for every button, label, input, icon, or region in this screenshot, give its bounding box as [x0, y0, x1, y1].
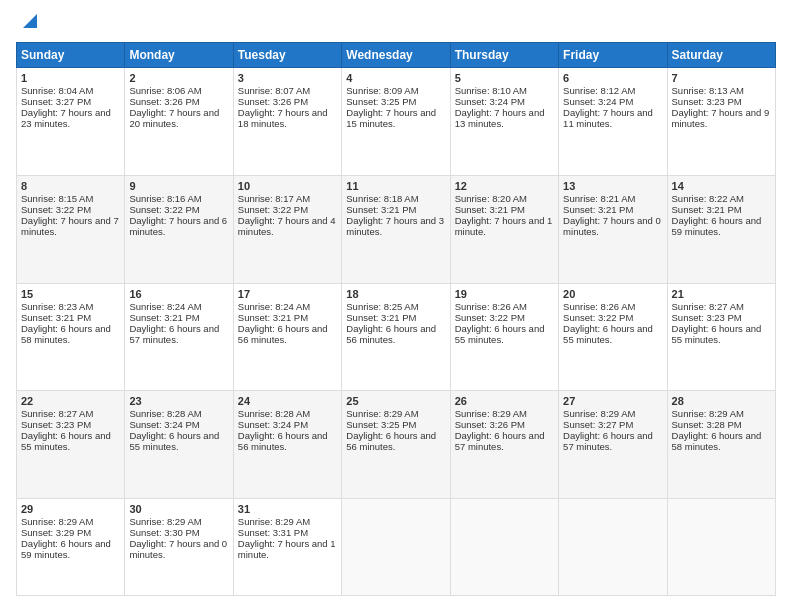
daylight: Daylight: 7 hours and 13 minutes. [455, 107, 545, 129]
day-number: 17 [238, 288, 337, 300]
day-number: 22 [21, 395, 120, 407]
sunset: Sunset: 3:24 PM [238, 419, 308, 430]
sunset: Sunset: 3:23 PM [672, 312, 742, 323]
daylight: Daylight: 7 hours and 7 minutes. [21, 215, 119, 237]
calendar-cell: 17Sunrise: 8:24 AMSunset: 3:21 PMDayligh… [233, 283, 341, 391]
daylight: Daylight: 7 hours and 3 minutes. [346, 215, 444, 237]
day-number: 10 [238, 180, 337, 192]
sunrise: Sunrise: 8:21 AM [563, 193, 635, 204]
daylight: Daylight: 7 hours and 9 minutes. [672, 107, 770, 129]
sunrise: Sunrise: 8:04 AM [21, 85, 93, 96]
sunrise: Sunrise: 8:12 AM [563, 85, 635, 96]
daylight: Daylight: 6 hours and 57 minutes. [129, 323, 219, 345]
sunrise: Sunrise: 8:24 AM [129, 301, 201, 312]
calendar-cell: 23Sunrise: 8:28 AMSunset: 3:24 PMDayligh… [125, 391, 233, 499]
day-number: 30 [129, 503, 228, 515]
day-number: 11 [346, 180, 445, 192]
calendar-cell: 22Sunrise: 8:27 AMSunset: 3:23 PMDayligh… [17, 391, 125, 499]
day-number: 16 [129, 288, 228, 300]
calendar-cell: 15Sunrise: 8:23 AMSunset: 3:21 PMDayligh… [17, 283, 125, 391]
sunrise: Sunrise: 8:09 AM [346, 85, 418, 96]
sunrise: Sunrise: 8:24 AM [238, 301, 310, 312]
sunrise: Sunrise: 8:29 AM [129, 516, 201, 527]
sunrise: Sunrise: 8:15 AM [21, 193, 93, 204]
sunset: Sunset: 3:21 PM [238, 312, 308, 323]
calendar-cell: 12Sunrise: 8:20 AMSunset: 3:21 PMDayligh… [450, 175, 558, 283]
day-number: 20 [563, 288, 662, 300]
sunrise: Sunrise: 8:13 AM [672, 85, 744, 96]
col-header-tuesday: Tuesday [233, 43, 341, 68]
sunset: Sunset: 3:21 PM [672, 204, 742, 215]
sunset: Sunset: 3:26 PM [238, 96, 308, 107]
daylight: Daylight: 6 hours and 56 minutes. [238, 430, 328, 452]
daylight: Daylight: 6 hours and 57 minutes. [455, 430, 545, 452]
day-number: 24 [238, 395, 337, 407]
sunset: Sunset: 3:22 PM [21, 204, 91, 215]
col-header-monday: Monday [125, 43, 233, 68]
day-number: 7 [672, 72, 771, 84]
calendar-cell: 5Sunrise: 8:10 AMSunset: 3:24 PMDaylight… [450, 68, 558, 176]
sunrise: Sunrise: 8:07 AM [238, 85, 310, 96]
col-header-thursday: Thursday [450, 43, 558, 68]
page: SundayMondayTuesdayWednesdayThursdayFrid… [0, 0, 792, 612]
sunset: Sunset: 3:31 PM [238, 527, 308, 538]
daylight: Daylight: 6 hours and 55 minutes. [455, 323, 545, 345]
header [16, 16, 776, 32]
sunset: Sunset: 3:30 PM [129, 527, 199, 538]
daylight: Daylight: 7 hours and 1 minute. [238, 538, 336, 560]
sunset: Sunset: 3:22 PM [129, 204, 199, 215]
calendar-cell: 19Sunrise: 8:26 AMSunset: 3:22 PMDayligh… [450, 283, 558, 391]
calendar-cell: 11Sunrise: 8:18 AMSunset: 3:21 PMDayligh… [342, 175, 450, 283]
calendar-cell: 16Sunrise: 8:24 AMSunset: 3:21 PMDayligh… [125, 283, 233, 391]
sunrise: Sunrise: 8:29 AM [563, 408, 635, 419]
calendar-cell [559, 499, 667, 596]
day-number: 25 [346, 395, 445, 407]
sunrise: Sunrise: 8:17 AM [238, 193, 310, 204]
sunrise: Sunrise: 8:16 AM [129, 193, 201, 204]
sunset: Sunset: 3:27 PM [21, 96, 91, 107]
day-number: 1 [21, 72, 120, 84]
sunrise: Sunrise: 8:28 AM [129, 408, 201, 419]
calendar-cell: 3Sunrise: 8:07 AMSunset: 3:26 PMDaylight… [233, 68, 341, 176]
calendar-cell: 4Sunrise: 8:09 AMSunset: 3:25 PMDaylight… [342, 68, 450, 176]
sunrise: Sunrise: 8:25 AM [346, 301, 418, 312]
calendar-cell: 14Sunrise: 8:22 AMSunset: 3:21 PMDayligh… [667, 175, 775, 283]
calendar-header-row: SundayMondayTuesdayWednesdayThursdayFrid… [17, 43, 776, 68]
calendar-cell: 26Sunrise: 8:29 AMSunset: 3:26 PMDayligh… [450, 391, 558, 499]
calendar-cell: 8Sunrise: 8:15 AMSunset: 3:22 PMDaylight… [17, 175, 125, 283]
sunrise: Sunrise: 8:20 AM [455, 193, 527, 204]
day-number: 28 [672, 395, 771, 407]
sunset: Sunset: 3:29 PM [21, 527, 91, 538]
daylight: Daylight: 6 hours and 55 minutes. [672, 323, 762, 345]
day-number: 4 [346, 72, 445, 84]
sunset: Sunset: 3:26 PM [129, 96, 199, 107]
calendar-cell: 28Sunrise: 8:29 AMSunset: 3:28 PMDayligh… [667, 391, 775, 499]
calendar-cell [342, 499, 450, 596]
day-number: 15 [21, 288, 120, 300]
sunrise: Sunrise: 8:29 AM [455, 408, 527, 419]
sunrise: Sunrise: 8:22 AM [672, 193, 744, 204]
day-number: 3 [238, 72, 337, 84]
daylight: Daylight: 7 hours and 18 minutes. [238, 107, 328, 129]
sunset: Sunset: 3:21 PM [346, 312, 416, 323]
daylight: Daylight: 6 hours and 55 minutes. [129, 430, 219, 452]
sunrise: Sunrise: 8:28 AM [238, 408, 310, 419]
sunrise: Sunrise: 8:10 AM [455, 85, 527, 96]
calendar-cell: 25Sunrise: 8:29 AMSunset: 3:25 PMDayligh… [342, 391, 450, 499]
calendar-cell: 2Sunrise: 8:06 AMSunset: 3:26 PMDaylight… [125, 68, 233, 176]
sunrise: Sunrise: 8:06 AM [129, 85, 201, 96]
sunset: Sunset: 3:21 PM [346, 204, 416, 215]
sunset: Sunset: 3:25 PM [346, 419, 416, 430]
calendar-cell [667, 499, 775, 596]
day-number: 13 [563, 180, 662, 192]
sunset: Sunset: 3:21 PM [129, 312, 199, 323]
sunset: Sunset: 3:24 PM [563, 96, 633, 107]
calendar-cell: 7Sunrise: 8:13 AMSunset: 3:23 PMDaylight… [667, 68, 775, 176]
day-number: 8 [21, 180, 120, 192]
sunrise: Sunrise: 8:18 AM [346, 193, 418, 204]
calendar-cell: 27Sunrise: 8:29 AMSunset: 3:27 PMDayligh… [559, 391, 667, 499]
col-header-friday: Friday [559, 43, 667, 68]
calendar-cell: 31Sunrise: 8:29 AMSunset: 3:31 PMDayligh… [233, 499, 341, 596]
daylight: Daylight: 7 hours and 11 minutes. [563, 107, 653, 129]
daylight: Daylight: 6 hours and 55 minutes. [563, 323, 653, 345]
